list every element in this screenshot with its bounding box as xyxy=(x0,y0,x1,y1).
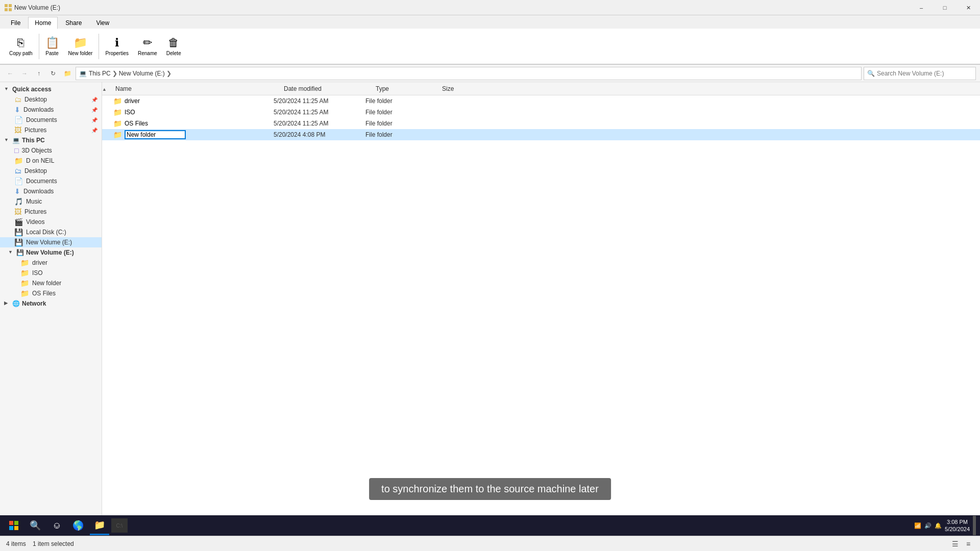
drive-icon2: 💾 xyxy=(16,249,24,256)
sidebar-item-desktop-qa[interactable]: 🗂 Desktop 📌 xyxy=(0,94,102,105)
breadcrumb-volume[interactable]: New Volume (E:) xyxy=(119,70,165,77)
file-area: ▲ Name Date modified Type Size 📁 driver … xyxy=(102,82,980,536)
tab-view[interactable]: View xyxy=(89,17,116,29)
folder-icon: 📁 xyxy=(20,269,29,277)
file-type: File folder xyxy=(361,120,428,127)
table-row-renaming[interactable]: 📁 5/20/2024 4:08 PM File folder xyxy=(102,129,980,140)
pc-icon2: 💻 xyxy=(12,137,20,144)
col-name[interactable]: Name xyxy=(111,85,280,92)
table-row[interactable]: 📁 OS Files 5/20/2024 11:25 AM File folde… xyxy=(102,118,980,129)
expand-icon: ▼ xyxy=(4,137,10,143)
folder-icon: 📁 xyxy=(113,108,122,116)
sidebar-item-local-disk[interactable]: 💾 Local Disk (C:) xyxy=(0,227,102,237)
breadcrumb-sep-1: ❯ xyxy=(112,70,117,77)
svg-rect-7 xyxy=(14,526,18,530)
large-icon-view-button[interactable]: ≡ xyxy=(963,538,974,549)
sidebar-item-new-folder-tree[interactable]: 📁 New folder xyxy=(0,278,102,288)
cmd-button[interactable]: C:\ xyxy=(111,518,128,533)
start-button[interactable] xyxy=(4,516,23,535)
sidebar-item-driver[interactable]: 📁 driver xyxy=(0,258,102,268)
sidebar-item-d-on-neil[interactable]: 📁 D on NEIL xyxy=(0,156,102,166)
notification-icon: 🔔 xyxy=(935,522,942,529)
pc-icon: 💻 xyxy=(79,70,87,77)
sidebar-item-documents-pc[interactable]: 📄 Documents xyxy=(0,176,102,186)
folder-icon: 📁 xyxy=(14,157,23,165)
col-date-modified[interactable]: Date modified xyxy=(280,85,372,92)
new-volume-header[interactable]: ▼ 💾 New Volume (E:) xyxy=(0,247,102,258)
breadcrumb-this-pc[interactable]: 💻 This PC xyxy=(79,70,111,77)
folder-icon: 📄 xyxy=(14,116,23,124)
forward-button[interactable]: → xyxy=(18,67,31,80)
col-type[interactable]: Type xyxy=(372,85,438,92)
sidebar-item-music[interactable]: 🎵 Music xyxy=(0,196,102,207)
folder-icon: 📁 xyxy=(20,259,29,267)
taskbar-right: 📶 🔊 🔔 3:08 PM 5/20/2024 xyxy=(914,516,976,535)
table-row[interactable]: 📁 driver 5/20/2024 11:25 AM File folder xyxy=(102,95,980,107)
folder-icon: □ xyxy=(14,146,18,155)
tab-home[interactable]: Home xyxy=(28,17,58,29)
back-button[interactable]: ← xyxy=(4,67,16,80)
sidebar-item-downloads-qa[interactable]: ⬇ Downloads 📌 xyxy=(0,105,102,115)
copy-button[interactable]: ⎘ Copy path xyxy=(6,36,36,56)
col-size[interactable]: Size xyxy=(438,85,489,92)
rename-input[interactable] xyxy=(125,130,186,139)
svg-rect-0 xyxy=(5,4,8,7)
breadcrumb-sep-2: ❯ xyxy=(166,70,172,77)
search-input[interactable] xyxy=(877,70,972,77)
file-date: 5/20/2024 11:25 AM xyxy=(270,97,361,105)
tab-share[interactable]: Share xyxy=(59,17,88,29)
search-box: 🔍 xyxy=(864,67,976,80)
this-pc-header[interactable]: ▼ 💻 This PC xyxy=(0,135,102,145)
delete-button[interactable]: 🗑 Delete xyxy=(163,36,184,56)
folder-icon: 🎵 xyxy=(14,197,23,206)
breadcrumb[interactable]: 💻 This PC ❯ New Volume (E:) ❯ xyxy=(76,67,862,80)
file-name-cell: 📁 OS Files xyxy=(111,119,270,128)
sidebar-item-pictures-qa[interactable]: 🖼 Pictures 📌 xyxy=(0,125,102,135)
quick-access-header[interactable]: ▼ Quick access xyxy=(0,84,102,94)
title-bar: New Volume (E:) – □ ✕ xyxy=(0,0,980,15)
folder-icon: 📁 xyxy=(61,67,74,80)
maximize-button[interactable]: □ xyxy=(933,0,957,15)
properties-button[interactable]: ℹ Properties xyxy=(102,36,132,56)
sidebar-item-documents-qa[interactable]: 📄 Documents 📌 xyxy=(0,115,102,125)
svg-rect-5 xyxy=(14,521,18,525)
rename-button[interactable]: ✏ Rename xyxy=(135,36,160,56)
sidebar-item-desktop-pc[interactable]: 🗂 Desktop xyxy=(0,166,102,176)
table-row[interactable]: 📁 ISO 5/20/2024 11:25 AM File folder xyxy=(102,107,980,118)
sidebar-item-3dobjects[interactable]: □ 3D Objects xyxy=(0,145,102,156)
details-view-button[interactable]: ☰ xyxy=(949,538,961,549)
pin-icon: 📌 xyxy=(91,128,97,133)
network-icon-taskbar: 📶 xyxy=(914,522,921,529)
search-taskbar-button[interactable]: 🔍 xyxy=(26,516,45,535)
taskbar: 🔍 ⎉ 🌎 📁 C:\ 📶 🔊 🔔 3:08 PM 5/20/2024 xyxy=(0,515,980,536)
task-view-button[interactable]: ⎉ xyxy=(47,516,66,535)
taskbar-clock[interactable]: 3:08 PM 5/20/2024 xyxy=(945,518,970,533)
sidebar-item-new-volume[interactable]: 💾 New Volume (E:) xyxy=(0,237,102,247)
volume-icon: 🔊 xyxy=(924,522,932,529)
network-header[interactable]: ▶ 🌐 Network xyxy=(0,298,102,309)
sidebar-item-pictures-pc[interactable]: 🖼 Pictures xyxy=(0,207,102,217)
sidebar-item-iso[interactable]: 📁 ISO xyxy=(0,268,102,278)
sidebar: ▼ Quick access 🗂 Desktop 📌 ⬇ Downloads 📌… xyxy=(0,82,102,536)
folder-icon: 🗂 xyxy=(14,95,21,104)
file-explorer-taskbar[interactable]: 📁 xyxy=(90,516,109,535)
file-type: File folder xyxy=(361,97,428,105)
folder-icon: 🖼 xyxy=(14,126,21,134)
svg-rect-3 xyxy=(9,8,12,11)
up-button[interactable]: ↑ xyxy=(33,67,45,80)
new-folder-button[interactable]: 📁 New folder xyxy=(65,36,96,56)
close-button[interactable]: ✕ xyxy=(957,0,980,15)
edge-button[interactable]: 🌎 xyxy=(68,516,88,535)
show-desktop-button[interactable] xyxy=(973,516,976,535)
sidebar-item-os-files[interactable]: 📁 OS Files xyxy=(0,288,102,298)
minimize-button[interactable]: – xyxy=(910,0,933,15)
sidebar-item-downloads-pc[interactable]: ⬇ Downloads xyxy=(0,186,102,196)
refresh-button[interactable]: ↻ xyxy=(47,67,59,80)
tab-file[interactable]: File xyxy=(4,17,27,29)
file-date: 5/20/2024 4:08 PM xyxy=(270,131,361,138)
file-name-cell-renaming: 📁 xyxy=(111,130,270,139)
sidebar-item-videos[interactable]: 🎬 Videos xyxy=(0,217,102,227)
ribbon: File Home Share View ⎘ Copy path 📋 Paste… xyxy=(0,15,980,65)
folder-icon: 🗂 xyxy=(14,167,21,175)
paste-button[interactable]: 📋 Paste xyxy=(42,36,62,56)
